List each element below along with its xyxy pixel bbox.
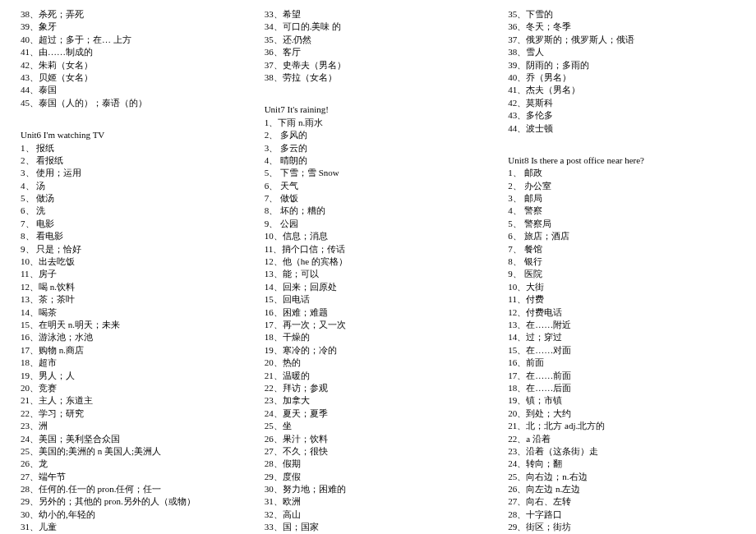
vocab-item: 35、还.仍然 [265, 34, 492, 46]
vocab-item: 2、 看报纸 [21, 154, 248, 167]
vocab-item: 29、街区；街坊 [508, 521, 735, 533]
vocab-item: 31、欧洲 [265, 495, 492, 508]
vocab-item: 45、泰国（人的）；泰语（的） [21, 97, 248, 109]
vocab-item: 15、在明天 n.明天；未来 [21, 319, 248, 331]
vocab-item: 37、史蒂夫（男名） [265, 59, 492, 71]
vocab-item: 28、任何的.任一的 pron.任何；任一 [21, 483, 248, 495]
vocab-item: 6、 旅店；酒店 [508, 230, 735, 242]
vocab-item: 41、杰夫（男名） [508, 84, 735, 96]
vocab-item: 20、热的 [265, 357, 492, 369]
vocab-item: 8、 坏的；糟的 [265, 205, 492, 217]
vocab-item: 44、泰国 [21, 84, 248, 96]
vocab-item: 44、波士顿 [508, 122, 735, 135]
vocab-item: 26、龙 [21, 458, 248, 470]
vocab-item: 36、冬天；冬季 [508, 21, 735, 33]
vocab-item: 21、温暖的 [265, 370, 492, 382]
vocab-item: 12、他（he 的宾格） [265, 255, 492, 268]
vocab-item: 7、 做饭 [265, 192, 492, 205]
vocab-item: 36、客厅 [265, 46, 492, 58]
vocab-item: 6、 天气 [265, 180, 492, 192]
vocab-item: 15、在……对面 [508, 344, 735, 357]
vocab-item: 32、高山 [265, 509, 492, 521]
vocab-item: 11、捎个口信；传话 [265, 243, 492, 255]
vocab-item: 13、在……附近 [508, 319, 735, 331]
vocab-item: 19、男人；人 [21, 370, 248, 382]
vocab-item: 8、 银行 [508, 255, 735, 268]
vocab-item: 16、前面 [508, 357, 735, 369]
vocab-item: 29、另外的；其他的 pron.另外的人（或物） [21, 495, 248, 508]
vocab-item: 2、 多风的 [265, 129, 492, 141]
vocab-item: 15、回电话 [265, 293, 492, 306]
vocab-item: 23、洲 [21, 420, 248, 432]
column-2: 33、希望34、可口的.美味 的35、还.仍然36、客厅37、史蒂夫（男名）38… [256, 8, 500, 526]
vocab-item: 14、喝茶 [21, 306, 248, 319]
vocab-item: 38、雪人 [508, 46, 735, 58]
vocab-item: 17、在……前面 [508, 370, 735, 382]
vocab-item: 41、由……制成的 [21, 46, 248, 58]
vocab-item: 43、贝姬（女名） [21, 71, 248, 84]
vocab-item: 28、假期 [265, 458, 492, 470]
vocab-item: 17、购物 n.商店 [21, 344, 248, 357]
vocab-item: 27、端午节 [21, 471, 248, 483]
page-container: 38、杀死；弄死39、象牙40、超过；多于；在… 上方41、由……制成的42、朱… [0, 0, 756, 534]
vocab-item: 12、付费电话 [508, 306, 735, 319]
vocab-item: 30、努力地；困难的 [265, 483, 492, 495]
vocab-item: 1、 邮政 [508, 167, 735, 179]
column-1: 38、杀死；弄死39、象牙40、超过；多于；在… 上方41、由……制成的42、朱… [12, 8, 256, 526]
vocab-item: 35、下雪的 [508, 8, 735, 21]
vocab-item: 11、付费 [508, 293, 735, 306]
vocab-item: 27、不久；很快 [265, 445, 492, 458]
vocab-item: 38、杀死；弄死 [21, 8, 248, 21]
spacer [508, 135, 735, 145]
vocab-item: 34、可口的.美味 的 [265, 21, 492, 33]
vocab-item: 22、学习；研究 [21, 407, 248, 420]
vocab-item: 42、莫斯科 [508, 97, 735, 109]
vocab-item: 40、超过；多于；在… 上方 [21, 34, 248, 46]
unit-header: Unit8 Is there a post office near here? [508, 154, 735, 167]
vocab-item: 4、 晴朗的 [265, 154, 492, 167]
vocab-item: 7、 电影 [21, 218, 248, 230]
vocab-item: 13、能；可以 [265, 268, 492, 280]
vocab-item: 8、 看电影 [21, 230, 248, 242]
vocab-item: 19、镇；市镇 [508, 394, 735, 407]
vocab-item: 7、 餐馆 [508, 243, 735, 255]
vocab-item: 23、沿着（这条街）走 [508, 445, 735, 458]
column-3: 35、下雪的36、冬天；冬季37、俄罗斯的；俄罗斯人；俄语38、雪人39、阴雨的… [500, 8, 744, 526]
unit-header: Unit6 I'm watching TV [21, 129, 248, 141]
vocab-item: 40、乔（男名） [508, 71, 735, 84]
vocab-item: 38、劳拉（女名） [265, 71, 492, 84]
vocab-item: 9、 只是；恰好 [21, 243, 248, 255]
vocab-item: 26、向左边 n.左边 [508, 483, 735, 495]
vocab-item: 9、 公园 [265, 218, 492, 230]
vocab-item: 1、 报纸 [21, 142, 248, 154]
vocab-item: 14、过；穿过 [508, 331, 735, 343]
vocab-item: 24、美国；美利坚合众国 [21, 433, 248, 445]
vocab-item: 18、干燥的 [265, 331, 492, 343]
vocab-item: 39、象牙 [21, 21, 248, 33]
vocab-item: 20、竞赛 [21, 382, 248, 394]
vocab-item: 19、寒冷的；冷的 [265, 344, 492, 357]
vocab-item: 22、拜访；参观 [265, 382, 492, 394]
spacer [265, 84, 492, 94]
vocab-item: 22、a 沿着 [508, 433, 735, 445]
vocab-item: 6、 洗 [21, 205, 248, 217]
vocab-item: 1、下雨 n.雨水 [265, 117, 492, 129]
vocab-item: 3、 使用；运用 [21, 167, 248, 179]
vocab-item: 10、大街 [508, 281, 735, 293]
vocab-item: 11、房子 [21, 268, 248, 280]
vocab-item: 10、信息；消息 [265, 230, 492, 242]
vocab-item: 21、主人；东道主 [21, 394, 248, 407]
vocab-item: 30、幼小的,年轻的 [21, 509, 248, 521]
vocab-item: 20、到处；大约 [508, 407, 735, 420]
vocab-item: 16、困难；难题 [265, 306, 492, 319]
vocab-item: 5、 做汤 [21, 192, 248, 205]
spacer [21, 109, 248, 119]
vocab-item: 4、 汤 [21, 180, 248, 192]
vocab-item: 37、俄罗斯的；俄罗斯人；俄语 [508, 34, 735, 46]
vocab-item: 9、 医院 [508, 268, 735, 280]
vocab-item: 33、国；国家 [265, 521, 492, 533]
vocab-item: 25、美国的;美洲的 n 美国人;美洲人 [21, 445, 248, 458]
vocab-item: 31、儿童 [21, 521, 248, 533]
vocab-item: 24、夏天；夏季 [265, 407, 492, 420]
vocab-item: 27、向右、左转 [508, 495, 735, 508]
